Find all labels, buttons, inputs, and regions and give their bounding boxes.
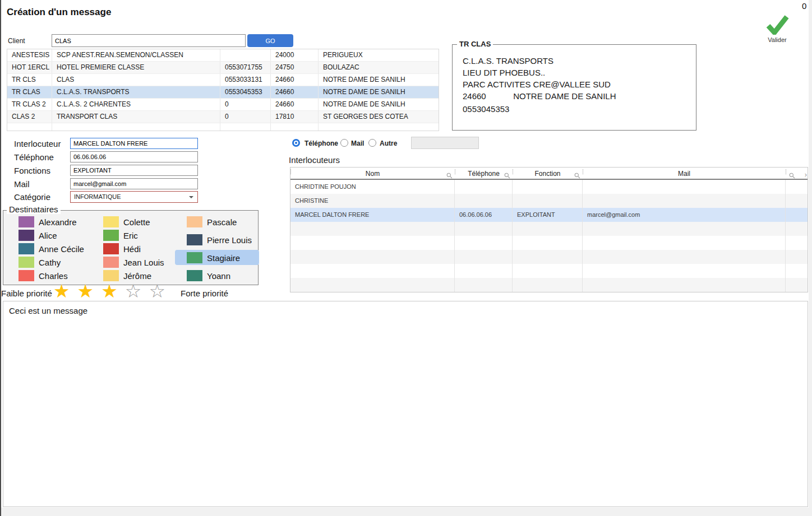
- column-header-extra[interactable]: ›: [786, 168, 809, 180]
- client-name: SCP ANEST.REAN.SEMENON/CLASSEN: [52, 49, 220, 61]
- destinataire-hedi[interactable]: Hédi: [103, 243, 141, 254]
- window-right-margin: [809, 34, 812, 508]
- table-row[interactable]: TR CLAS 2 C.L.A.S. 2 CHARENTES 0 24660 N…: [7, 99, 439, 111]
- client-label: Client: [8, 37, 25, 45]
- star-1-filled[interactable]: ★: [53, 282, 70, 300]
- radio-mail[interactable]: [340, 139, 348, 147]
- message-textarea[interactable]: Ceci est un message: [3, 301, 808, 507]
- client-postal: 17810: [271, 111, 319, 123]
- client-postal: 24750: [271, 62, 319, 73]
- column-header-mail[interactable]: Mail: [583, 168, 786, 180]
- client-city: PERIGUEUX: [319, 49, 440, 61]
- fonctions-field[interactable]: [70, 165, 198, 176]
- interlocuteur-row[interactable]: MARCEL DALTON FRERE 06.06.06.06 EXPLOITA…: [290, 208, 808, 222]
- table-row[interactable]: TR CLAS C.L.A.S. TRANSPORTS 0553045353 2…: [7, 86, 439, 99]
- color-swatch: [19, 216, 34, 227]
- destinataire-alexandre[interactable]: Alexandre: [19, 216, 77, 227]
- chevron-right-icon[interactable]: ›: [805, 169, 807, 181]
- interlocuteurs-title: Interlocuteurs: [289, 155, 340, 165]
- interlocuteur-row[interactable]: CHRIDTINE POUJON: [290, 180, 808, 194]
- details-city: NOTRE DAME DE SANILH: [513, 91, 616, 101]
- destinataire-yoann[interactable]: Yoann: [187, 270, 230, 281]
- cell-fonction: [513, 180, 583, 194]
- radio-autre[interactable]: [368, 139, 376, 147]
- interlocuteur-row-empty[interactable]: [290, 236, 808, 250]
- star-3-filled[interactable]: ★: [101, 282, 118, 300]
- color-swatch: [187, 216, 202, 227]
- interlocuteur-row-empty[interactable]: [290, 250, 808, 264]
- star-2-filled[interactable]: ★: [77, 282, 94, 300]
- interlocuteur-label: Interlocuteur: [14, 139, 61, 148]
- client-code: TR CLAS 2: [7, 99, 52, 110]
- color-swatch: [187, 252, 202, 263]
- telephone-field[interactable]: [70, 151, 198, 162]
- destinataires-panel: Destinataires Alexandre Alice Anne Cécil…: [3, 210, 259, 285]
- table-row-empty[interactable]: [7, 123, 439, 131]
- table-row[interactable]: CLAS 2 TRANSPORT CLAS 0 17810 ST GEORGES…: [7, 111, 439, 123]
- priority-high-label: Forte priorité: [181, 289, 228, 298]
- client-code: ANESTESIS: [7, 49, 52, 61]
- client-details-legend: TR CLAS: [457, 40, 493, 48]
- categorie-dropdown[interactable]: INFORMATIQUE: [70, 191, 198, 203]
- counter-value: 0: [802, 1, 806, 11]
- column-header-fonction[interactable]: Fonction: [513, 168, 583, 180]
- details-phone: 0553045353: [463, 103, 696, 115]
- validate-label: Valider: [761, 36, 793, 43]
- destinataire-eric[interactable]: Eric: [103, 230, 138, 241]
- destinataire-anne-cecile[interactable]: Anne Cécile: [19, 243, 84, 254]
- cell-mail: marcel@gmail.com: [583, 208, 786, 222]
- search-icon[interactable]: [504, 170, 510, 183]
- categorie-value: INFORMATIQUE: [74, 193, 121, 200]
- column-header-nom[interactable]: Nom: [290, 168, 455, 180]
- color-swatch: [187, 270, 202, 281]
- destinataire-alice[interactable]: Alice: [19, 230, 57, 241]
- search-icon[interactable]: [574, 170, 580, 183]
- search-icon[interactable]: [446, 170, 453, 183]
- destinataire-jean-louis[interactable]: Jean Louis: [103, 257, 164, 268]
- telephone-label: Téléphone: [14, 152, 54, 162]
- mail-field[interactable]: [70, 178, 198, 189]
- search-icon[interactable]: [789, 170, 795, 183]
- check-icon: [761, 15, 793, 35]
- interlocuteurs-header: Nom Téléphone Fonction Mail ›: [290, 168, 808, 180]
- star-5-empty[interactable]: ☆: [149, 282, 165, 300]
- interlocuteur-row-empty[interactable]: [290, 222, 808, 236]
- destinataire-cathy[interactable]: Cathy: [19, 257, 61, 268]
- client-postal: 24660: [271, 99, 319, 110]
- client-name: HOTEL PREMIERE CLASSE: [52, 62, 220, 73]
- destinataire-pierre-louis[interactable]: Pierre Louis: [187, 234, 252, 245]
- radio-mail-label: Mail: [351, 140, 364, 147]
- cell-nom: CHRISTINE: [290, 194, 455, 208]
- client-city: ST GEORGES DES COTEA: [319, 111, 440, 123]
- destinataire-colette[interactable]: Colette: [103, 216, 150, 227]
- table-row[interactable]: TR CLS CLAS 0553033131 24660 NOTRE DAME …: [7, 74, 439, 86]
- radio-telephone[interactable]: [292, 139, 300, 147]
- cell-telephone: [455, 194, 513, 208]
- client-search-input[interactable]: [52, 34, 246, 47]
- go-button[interactable]: GO: [247, 34, 293, 47]
- other-contact-input[interactable]: [411, 137, 479, 149]
- color-swatch: [187, 234, 202, 245]
- destinataire-stagiaire[interactable]: Stagiaire: [187, 252, 240, 263]
- cell-mail: [583, 180, 786, 194]
- client-phone: 0: [220, 111, 271, 123]
- client-name: CLAS: [52, 74, 220, 86]
- table-row[interactable]: HOT 1ERCL HOTEL PREMIERE CLASSE 05530717…: [7, 62, 439, 74]
- destinataire-pascale[interactable]: Pascale: [187, 216, 237, 227]
- cell-mail: [583, 194, 786, 208]
- star-4-empty[interactable]: ☆: [125, 282, 142, 300]
- table-row[interactable]: ANESTESIS SCP ANEST.REAN.SEMENON/CLASSEN…: [7, 49, 439, 62]
- interlocuteur-field[interactable]: [70, 138, 198, 149]
- caret-down-icon: [189, 196, 193, 198]
- validate-button[interactable]: Valider: [761, 15, 793, 43]
- interlocuteur-row-empty[interactable]: [290, 278, 808, 292]
- column-header-telephone[interactable]: Téléphone: [455, 168, 513, 180]
- cell-telephone: 06.06.06.06: [455, 208, 513, 222]
- interlocuteur-row-empty[interactable]: [290, 264, 808, 278]
- interlocuteur-row[interactable]: CHRISTINE: [290, 194, 808, 208]
- destinataire-charles[interactable]: Charles: [19, 270, 68, 281]
- destinataire-jerome[interactable]: Jérôme: [103, 270, 151, 281]
- client-code: TR CLAS: [7, 86, 52, 98]
- categorie-label: Catégorie: [14, 192, 50, 202]
- client-city: NOTRE DAME DE SANILH: [319, 99, 440, 110]
